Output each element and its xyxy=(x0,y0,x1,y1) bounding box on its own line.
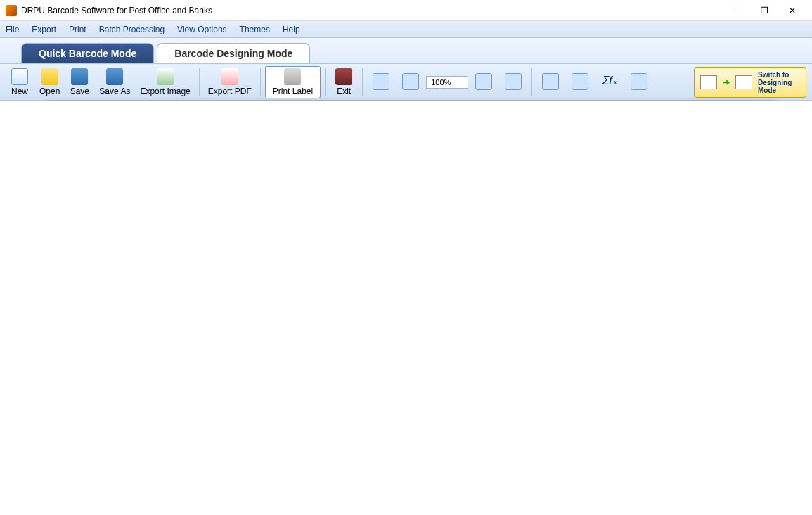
ribbon-actual-size[interactable] xyxy=(367,72,395,93)
barcode-preview-icon xyxy=(700,75,717,89)
tab-design-mode[interactable]: Barcode Designing Mode xyxy=(157,43,310,63)
ribbon-exit[interactable]: Exit xyxy=(330,67,358,98)
ribbon-open[interactable]: Open xyxy=(35,67,64,98)
menu-themes[interactable]: Themes xyxy=(240,25,270,34)
new-icon xyxy=(11,68,28,85)
excel-icon xyxy=(542,73,559,90)
print-icon xyxy=(284,68,301,85)
ribbon-new[interactable]: New xyxy=(6,67,34,98)
ribbon-excel-2[interactable] xyxy=(566,72,594,93)
ribbon-swap[interactable] xyxy=(625,72,653,93)
save-icon xyxy=(71,68,88,85)
mode-tabs: Quick Barcode Mode Barcode Designing Mod… xyxy=(0,38,812,63)
menu-batch[interactable]: Batch Processing xyxy=(99,25,165,34)
menu-print[interactable]: Print xyxy=(69,25,86,34)
ribbon-export-pdf[interactable]: Export PDF xyxy=(204,67,256,98)
design-preview-icon xyxy=(735,75,752,89)
menu-bar: File Export Print Batch Processing View … xyxy=(0,21,812,38)
save-as-icon xyxy=(106,68,123,85)
ribbon-print-label[interactable]: Print Label xyxy=(265,66,321,98)
maximize-button[interactable]: ❐ xyxy=(750,0,778,21)
fit-window-icon xyxy=(402,73,419,90)
menu-help[interactable]: Help xyxy=(283,25,300,34)
minimize-button[interactable]: — xyxy=(722,0,750,21)
menu-view[interactable]: View Options xyxy=(177,25,226,34)
zoom-combo[interactable]: 100% xyxy=(426,76,468,89)
fx-icon: Σfₓ xyxy=(601,73,618,90)
menu-file[interactable]: File xyxy=(6,25,19,34)
open-icon xyxy=(41,68,58,85)
ribbon-export-image[interactable]: Export Image xyxy=(136,67,194,98)
swap-icon xyxy=(631,73,647,90)
ribbon-save-as[interactable]: Save As xyxy=(95,67,134,98)
export-image-icon xyxy=(157,68,174,85)
ribbon-zoom-in[interactable] xyxy=(470,72,498,93)
pdf-icon xyxy=(221,68,238,85)
zoom-out-icon xyxy=(505,73,522,90)
excel-export-icon xyxy=(572,73,588,90)
close-button[interactable]: ✕ xyxy=(778,0,806,21)
app-title: DRPU Barcode Software for Post Office an… xyxy=(21,6,722,15)
ribbon-save[interactable]: Save xyxy=(65,67,94,98)
app-icon xyxy=(6,5,17,16)
switch-mode-button[interactable]: ➔ Switch to Designing Mode xyxy=(694,67,806,98)
menu-export[interactable]: Export xyxy=(32,25,56,34)
ribbon-toolbar: New Open Save Save As Export Image Expor… xyxy=(0,63,812,101)
title-bar: DRPU Barcode Software for Post Office an… xyxy=(0,0,812,21)
actual-size-icon xyxy=(373,73,389,90)
ribbon-fit-window[interactable] xyxy=(397,72,425,93)
ribbon-fx[interactable]: Σfₓ xyxy=(595,72,624,93)
zoom-in-icon xyxy=(475,73,492,90)
tab-quick-mode[interactable]: Quick Barcode Mode xyxy=(21,43,154,63)
exit-icon xyxy=(335,68,352,85)
ribbon-zoom-out[interactable] xyxy=(499,72,527,93)
ribbon-excel-1[interactable] xyxy=(536,72,565,93)
